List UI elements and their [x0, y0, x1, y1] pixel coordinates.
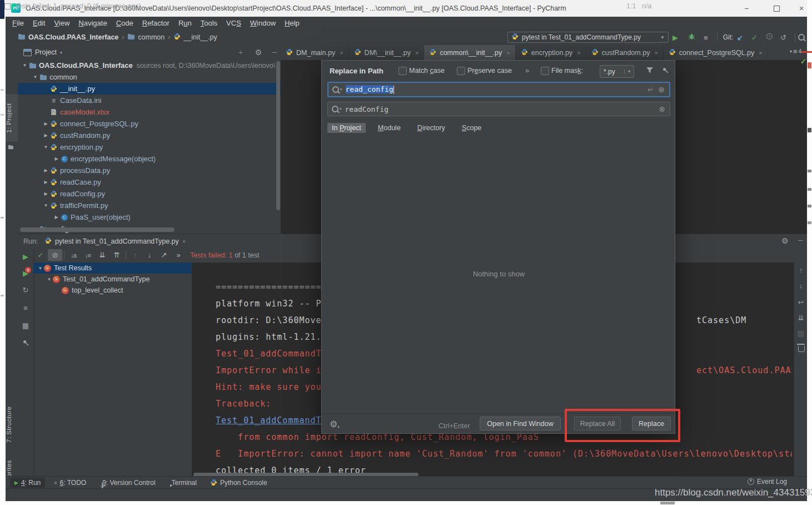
run-tab[interactable]: pytest in Test_01_addCommandType.py × — [44, 235, 186, 247]
show-passed-button[interactable]: ✓ — [33, 249, 48, 261]
tool-window-button-terminal[interactable]: Terminal — [165, 478, 201, 488]
project-tree-row[interactable]: ▼common — [18, 71, 281, 83]
menu-file[interactable]: File — [8, 19, 28, 27]
tab-list-button[interactable]: ▾ ≡ 4 — [790, 47, 801, 56]
project-tree-row[interactable]: ▶connect_PostgreSQL.py — [18, 118, 281, 130]
match-case-label[interactable]: Match case — [409, 67, 445, 75]
project-tree-row[interactable]: ≡CaseData.ini — [18, 95, 281, 106]
pin-dialog-button[interactable] — [662, 66, 669, 76]
encoding-indicator[interactable]: n/a — [642, 2, 651, 10]
event-log-button[interactable]: Event Log — [748, 478, 787, 486]
editor-tab[interactable]: DM_main.py× — [281, 45, 349, 60]
breadcrumb-item[interactable]: __init__.py — [173, 33, 217, 42]
hide-run-panel-button[interactable]: ─ — [798, 236, 803, 244]
maximize-button[interactable] — [765, 0, 788, 17]
menu-tools[interactable]: Tools — [196, 19, 222, 27]
rerun-failed-tests-button[interactable]: ▶9 — [18, 269, 33, 278]
search-options-button[interactable]: ⚙▾ — [330, 419, 340, 429]
caret-position[interactable]: 1:1 — [626, 2, 636, 10]
menu-navigate[interactable]: Navigate — [74, 19, 111, 27]
show-ignored-button[interactable]: ⊘ — [48, 249, 62, 261]
menu-window[interactable]: Window — [246, 19, 280, 27]
sort-alphabetically-button[interactable]: ↓a — [66, 249, 81, 261]
tool-button-project[interactable]: 1: Project — [6, 94, 18, 142]
project-tree-row[interactable]: ▶processData.py — [18, 165, 281, 176]
project-tree-row[interactable]: ▼OAS.Cloud.PAAS_Interfacesources root, D… — [18, 60, 281, 71]
stop-button[interactable]: ■ — [704, 32, 708, 43]
more-actions-button[interactable]: » — [171, 249, 186, 261]
toggle-auto-test-button[interactable]: ↻ — [18, 286, 33, 294]
debug-button[interactable] — [688, 32, 695, 43]
git-update-button[interactable]: ↙ — [737, 32, 743, 43]
stop-process-button[interactable]: ■ — [18, 304, 33, 312]
clear-search-icon[interactable]: ⊗ — [658, 85, 665, 94]
project-tree-row[interactable]: ▶readCase.py — [18, 176, 281, 188]
close-icon[interactable]: × — [182, 238, 186, 245]
close-tab-icon[interactable]: × — [340, 49, 343, 56]
filter-results-button[interactable] — [646, 66, 654, 76]
scroll-up-button[interactable]: ↑ — [794, 266, 808, 274]
project-tree-row[interactable]: ▶CencryptedMessage(object) — [18, 153, 281, 165]
close-tab-icon[interactable]: × — [759, 49, 762, 56]
console-link[interactable]: Test_01_addCommandType — [216, 415, 339, 428]
chevron-expanded-icon[interactable]: ▼ — [37, 266, 44, 271]
project-tree-row[interactable]: caseModel.xlsx — [18, 106, 281, 118]
preserve-case-label[interactable]: Preserve case — [467, 67, 512, 75]
scroll-to-end-button[interactable]: ⇊ — [794, 314, 808, 322]
close-tab-icon[interactable]: × — [506, 49, 510, 56]
scope-tab-scope[interactable]: Scope — [457, 123, 486, 133]
print-button[interactable]: ▤ — [794, 329, 808, 338]
project-tree-row[interactable]: ▶custRandom.py — [18, 130, 281, 141]
tool-window-button-todo[interactable]: ≡6: TODO — [49, 478, 91, 488]
inspection-status-icon[interactable]: ✓ — [800, 57, 806, 66]
expand-collapse-button[interactable]: ÷ — [233, 45, 248, 60]
pin-tab-button[interactable] — [18, 339, 33, 348]
editor-tab[interactable]: connect_PostgreSQL.py× — [664, 45, 768, 60]
close-tab-icon[interactable]: × — [654, 49, 657, 56]
clear-replace-icon[interactable]: ⊗ — [659, 105, 665, 113]
open-in-find-window-button[interactable]: Open in Find Window — [480, 417, 561, 430]
minimize-button[interactable]: − — [735, 0, 758, 17]
chevron-collapsed-icon[interactable]: ▶ — [42, 121, 49, 126]
project-tree-row[interactable]: ▼encryption.py — [18, 141, 281, 153]
scope-tab-in-project[interactable]: In Project — [327, 123, 366, 133]
project-settings-button[interactable]: ⚙ — [251, 45, 266, 60]
test-tree-row[interactable]: ▼×Test Results — [33, 263, 210, 274]
preserve-case-checkbox[interactable] — [457, 67, 465, 75]
hide-panel-button[interactable]: ─ — [269, 45, 280, 60]
chevron-collapsed-icon[interactable]: ▶ — [42, 180, 49, 185]
menu-refactor[interactable]: Refactor — [138, 19, 174, 27]
editor-tab[interactable]: common\__init__.py× — [424, 45, 515, 60]
file-mask-select[interactable]: *.py ▾ — [600, 65, 634, 78]
menu-run[interactable]: Run — [174, 19, 196, 27]
editor-tab[interactable]: DM\__init__.py× — [349, 45, 425, 60]
sort-by-duration-button[interactable]: ↓≡ — [81, 249, 95, 261]
expand-all-button[interactable]: ⇊ — [95, 249, 109, 261]
chevron-expanded-icon[interactable]: ▼ — [32, 75, 39, 80]
chevron-expanded-icon[interactable]: ▼ — [21, 63, 28, 68]
project-vertical-scrollbar[interactable] — [276, 61, 280, 210]
replace-input[interactable]: ▾ readConfig ⊗ — [327, 102, 670, 116]
chevron-collapsed-icon[interactable]: ▶ — [42, 191, 49, 196]
status-square-icon[interactable] — [4, 3, 11, 9]
scroll-down-button[interactable]: ↓ — [794, 281, 808, 290]
project-tree-row[interactable]: __init__.py — [18, 83, 281, 95]
soft-wrap-button[interactable]: ↩ — [794, 298, 808, 306]
menu-help[interactable]: Help — [280, 19, 304, 27]
menu-vcs[interactable]: VCS — [222, 19, 246, 27]
scope-tab-module[interactable]: Module — [373, 123, 405, 133]
close-tab-icon[interactable]: × — [577, 49, 580, 56]
restore-layout-button[interactable]: ▦ — [18, 321, 33, 330]
search-input[interactable]: ▾ read_config ↵ ⊗ — [327, 82, 670, 97]
breadcrumb-item[interactable]: OAS.Cloud.PAAS_Interface — [18, 33, 118, 42]
project-tree-row[interactable]: ▶readConfig.py — [18, 188, 281, 200]
collapse-all-button[interactable]: ⇈ — [109, 249, 124, 261]
previous-failed-button[interactable]: ↑ — [128, 249, 142, 261]
close-tab-icon[interactable]: × — [415, 49, 419, 56]
rollback-button[interactable]: ↺ — [780, 32, 786, 43]
next-failed-button[interactable]: ↓ — [142, 249, 157, 261]
test-tree-row[interactable]: ×top_level_collect — [33, 285, 210, 296]
rerun-button[interactable]: ▶ — [18, 253, 33, 261]
chevron-collapsed-icon[interactable]: ▶ — [42, 133, 49, 138]
git-commit-button[interactable]: ✓ — [751, 32, 758, 43]
